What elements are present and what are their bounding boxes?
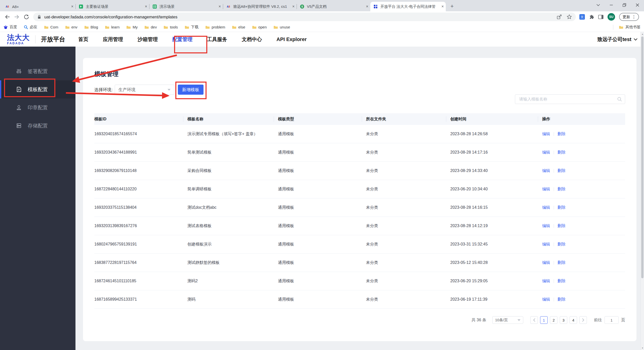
close-window-icon[interactable] xyxy=(631,0,644,10)
table-row: 1683877228197115764 测试静默签的模板 通用模板 未分类 20… xyxy=(94,254,625,272)
page-button-1[interactable]: 1 xyxy=(540,316,548,324)
bookmark-star-icon[interactable] xyxy=(567,14,572,19)
bookmark-folder[interactable]: open xyxy=(252,25,267,29)
sidebar-item-sign-config[interactable]: 签署配置 xyxy=(0,62,75,80)
close-tab-icon[interactable]: × xyxy=(292,4,295,9)
browser-tab[interactable]: A8 致远A8+协同管理软件 V8.2, cs1 × xyxy=(223,2,297,11)
template-management-panel: 模板管理 选择环境: 生产环境 新增模板 模板ID 模板名称 模板类型 所在文件 xyxy=(83,58,636,341)
browser-menu-icon[interactable]: ⋮ xyxy=(630,14,637,20)
search-icon[interactable] xyxy=(617,97,622,102)
bookmark-folder[interactable]: tools xyxy=(164,25,178,29)
delete-link[interactable]: 删除 xyxy=(557,260,566,265)
delete-link[interactable]: 删除 xyxy=(557,168,566,173)
search-input[interactable] xyxy=(515,94,625,104)
chevron-down-icon[interactable] xyxy=(592,0,605,10)
scrollbar-thumb[interactable] xyxy=(641,37,643,278)
close-tab-icon[interactable]: × xyxy=(145,4,147,9)
browser-tab-active[interactable]: 开放平台 法大大-电子合同法律管 × xyxy=(370,2,446,11)
sidebar-item-template-config[interactable]: 模板配置 xyxy=(0,80,75,98)
close-tab-icon[interactable]: × xyxy=(366,4,368,9)
share-icon[interactable] xyxy=(557,14,562,19)
back-icon[interactable] xyxy=(3,12,12,22)
bookmark-folder[interactable]: My xyxy=(126,25,138,29)
browser-tab[interactable]: S V5产品文档 × xyxy=(297,2,370,11)
menu-item-api-explorer[interactable]: API Explorer xyxy=(276,37,307,42)
scroll-down-icon[interactable]: ▼ xyxy=(641,346,644,350)
browser-update-button[interactable]: 更新⋮ xyxy=(619,13,639,21)
page-button-4[interactable]: 4 xyxy=(570,316,577,324)
edit-link[interactable]: 编辑 xyxy=(542,150,550,155)
close-tab-icon[interactable]: × xyxy=(71,4,73,9)
bookmark-folder[interactable]: unuse xyxy=(273,25,290,29)
menu-item-tools[interactable]: 工具服务 xyxy=(207,36,227,43)
delete-link[interactable]: 删除 xyxy=(557,131,566,137)
scroll-up-icon[interactable]: ▲ xyxy=(641,32,644,36)
a8-logo-icon: A8 xyxy=(5,4,10,9)
reload-icon[interactable] xyxy=(22,12,31,22)
menu-item-home[interactable]: 首页 xyxy=(78,36,88,43)
edit-link[interactable]: 编辑 xyxy=(542,260,550,265)
edit-link[interactable]: 编辑 xyxy=(542,131,550,137)
browser-address-bar: uat-developer.fadada.com/console/configu… xyxy=(0,11,644,22)
edit-link[interactable]: 编辑 xyxy=(542,278,550,284)
close-tab-icon[interactable]: × xyxy=(219,4,221,9)
browser-tab[interactable]: 演示场景 × xyxy=(149,2,223,11)
page-button-2[interactable]: 2 xyxy=(550,316,557,324)
delete-link[interactable]: 删除 xyxy=(557,150,566,155)
page-button-3[interactable]: 3 xyxy=(560,316,567,324)
page-size-select[interactable]: 10条/页 xyxy=(492,316,523,324)
delete-link[interactable]: 删除 xyxy=(557,242,566,247)
bookmark-bing[interactable]: 必应 xyxy=(24,25,37,29)
delete-link[interactable]: 删除 xyxy=(557,223,566,229)
edit-link[interactable]: 编辑 xyxy=(542,242,550,247)
prev-page-button[interactable] xyxy=(530,316,538,324)
next-page-button[interactable] xyxy=(579,316,587,324)
bookmark-folder[interactable]: problem xyxy=(205,25,225,29)
minimize-icon[interactable] xyxy=(605,0,618,10)
add-template-button[interactable]: 新增模板 xyxy=(178,85,204,95)
account-menu[interactable]: 致远子公司test xyxy=(597,36,637,43)
goto-page-input[interactable] xyxy=(605,316,619,324)
other-bookmarks[interactable]: 其他书签 xyxy=(613,25,640,30)
bookmark-folder[interactable]: Blog xyxy=(84,25,98,29)
bookmark-baidu[interactable]: 百度 xyxy=(4,25,17,29)
extensions-puzzle-icon[interactable] xyxy=(589,14,594,20)
side-panel-icon[interactable] xyxy=(598,15,603,19)
edit-link[interactable]: 编辑 xyxy=(542,187,550,192)
translate-icon[interactable]: 文 xyxy=(579,14,585,20)
bookmark-folder[interactable]: else xyxy=(232,25,245,29)
bookmark-folder[interactable]: learn xyxy=(105,25,119,29)
url-bar[interactable]: uat-developer.fadada.com/console/configu… xyxy=(33,13,576,21)
bookmark-folder[interactable]: Com xyxy=(44,25,58,29)
edit-link[interactable]: 编辑 xyxy=(542,168,550,173)
menu-item-sandbox[interactable]: 沙箱管理 xyxy=(138,36,158,43)
bookmark-folder[interactable]: env xyxy=(65,25,77,29)
menu-item-configuration[interactable]: 配置管理 xyxy=(172,36,192,43)
chevron-down-icon xyxy=(517,319,520,321)
delete-link[interactable]: 删除 xyxy=(557,278,566,284)
sidebar-item-storage-config[interactable]: 存储配置 xyxy=(0,117,75,135)
menu-item-docs[interactable]: 文档中心 xyxy=(242,36,262,43)
fadada-logo[interactable]: 法大大 FADADA xyxy=(7,34,30,45)
browser-tab[interactable]: A8 A8+ × xyxy=(2,2,75,11)
browser-tab[interactable]: 主要验证场景 × xyxy=(76,2,149,11)
sidebar-item-seal-config[interactable]: 印章配置 xyxy=(0,98,75,117)
close-tab-icon[interactable]: × xyxy=(441,4,444,9)
green-sheet-icon xyxy=(152,4,157,9)
browser-avatar[interactable]: SU xyxy=(608,13,615,21)
edit-link[interactable]: 编辑 xyxy=(542,223,550,229)
scrollbar[interactable]: ▲ ▼ xyxy=(640,32,644,350)
delete-link[interactable]: 删除 xyxy=(557,297,566,302)
new-tab-button[interactable]: + xyxy=(448,3,456,10)
edit-link[interactable]: 编辑 xyxy=(542,297,550,302)
bookmark-folder[interactable]: 下载 xyxy=(185,25,198,29)
delete-link[interactable]: 删除 xyxy=(557,205,566,210)
chevron-down-icon xyxy=(634,38,637,41)
delete-link[interactable]: 删除 xyxy=(557,187,566,192)
menu-item-apps[interactable]: 应用管理 xyxy=(103,36,123,43)
edit-link[interactable]: 编辑 xyxy=(542,205,550,210)
bookmark-folder[interactable]: dev xyxy=(144,25,157,29)
forward-icon[interactable] xyxy=(12,12,22,22)
environment-select[interactable]: 生产环境 xyxy=(115,85,174,95)
restore-icon[interactable] xyxy=(618,0,631,10)
